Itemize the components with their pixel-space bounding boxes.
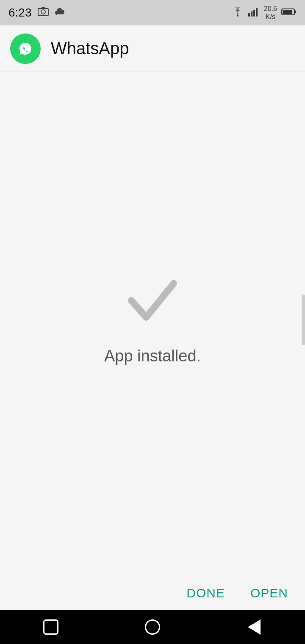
svg-rect-2 xyxy=(42,7,45,9)
bottom-buttons: DONE OPEN xyxy=(0,576,305,610)
svg-point-1 xyxy=(41,10,45,14)
cloud-icon xyxy=(55,7,67,18)
wifi-icon xyxy=(232,7,244,19)
status-bar-left: 6:23 xyxy=(8,6,67,19)
installed-container: App installed. xyxy=(104,275,201,365)
installed-text: App installed. xyxy=(104,347,201,365)
nav-recents-button[interactable] xyxy=(38,614,64,640)
home-icon xyxy=(145,619,160,635)
open-button[interactable]: OPEN xyxy=(250,586,288,600)
status-time: 6:23 xyxy=(8,6,32,19)
nav-bar xyxy=(0,610,305,644)
whatsapp-app-icon xyxy=(10,33,41,64)
svg-rect-4 xyxy=(248,13,250,17)
signal-icon xyxy=(248,7,260,19)
battery-icon xyxy=(281,8,297,18)
back-icon xyxy=(248,619,261,635)
photo-icon xyxy=(38,7,49,19)
recents-icon xyxy=(43,619,58,635)
done-button[interactable]: DONE xyxy=(186,586,225,600)
main-content: App installed. xyxy=(0,72,305,568)
svg-point-3 xyxy=(237,15,238,17)
speed-text: 20.6 K/s xyxy=(264,5,277,21)
status-bar-right: 20.6 K/s xyxy=(232,5,297,21)
scroll-indicator xyxy=(302,294,305,345)
app-header: WhatsApp xyxy=(0,25,305,72)
nav-home-button[interactable] xyxy=(140,614,165,640)
checkmark-icon xyxy=(123,275,182,326)
svg-rect-10 xyxy=(294,11,296,13)
status-bar: 6:23 xyxy=(0,0,305,25)
svg-rect-6 xyxy=(253,10,255,17)
svg-rect-7 xyxy=(256,8,258,17)
nav-back-button[interactable] xyxy=(241,614,267,640)
svg-rect-9 xyxy=(283,10,292,14)
svg-rect-5 xyxy=(251,11,252,17)
app-title: WhatsApp xyxy=(51,39,129,58)
